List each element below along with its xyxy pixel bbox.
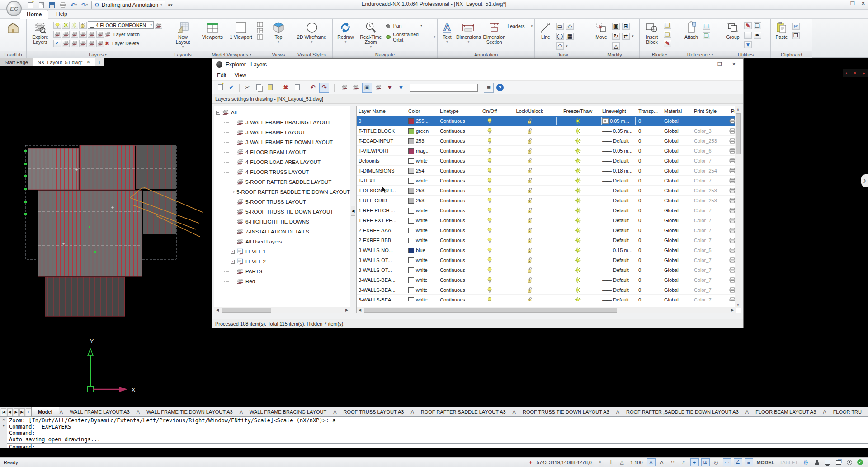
scroll-right-icon[interactable]: ▶: [729, 307, 736, 313]
layer-lock-toggle[interactable]: [504, 285, 555, 295]
print-style-cell[interactable]: Color_6: [692, 146, 729, 156]
layout-tab[interactable]: WALL FRAME LAYOUT A3: [63, 407, 136, 417]
print-style-cell[interactable]: Color_3: [692, 126, 729, 136]
material-cell[interactable]: Global: [662, 285, 692, 295]
layer-table[interactable]: Layer NameColorLinetypeOn/OffLock/Unlock…: [356, 106, 741, 313]
layer-on-off-toggle[interactable]: [475, 156, 504, 166]
layer-on-icon[interactable]: [53, 22, 61, 29]
column-header[interactable]: Lineweight: [600, 108, 637, 114]
tab-drawing[interactable]: NX_Layout_51.dwg*✕: [33, 58, 95, 66]
linetype-cell[interactable]: Continuous: [438, 136, 475, 146]
layer-lock-toggle[interactable]: [504, 186, 555, 196]
layer-freeze-toggle[interactable]: [555, 156, 600, 166]
layer-color-cell[interactable]: white: [406, 205, 438, 215]
linetype-cell[interactable]: Continuous: [438, 176, 475, 186]
tree-item[interactable]: All Used Layers: [216, 237, 350, 247]
material-cell[interactable]: Global: [662, 156, 692, 166]
layer-tool-icon[interactable]: [71, 31, 78, 38]
new-layout-tab-icon[interactable]: +: [26, 408, 31, 416]
material-cell[interactable]: Global: [662, 166, 692, 176]
lineweight-cell[interactable]: ——Default: [600, 225, 637, 235]
polar-tracking-icon[interactable]: ◎: [712, 458, 721, 466]
snap-marker-icon[interactable]: ⌖: [596, 458, 604, 466]
linetype-cell[interactable]: Continuous: [438, 215, 475, 225]
dimension-section-button[interactable]: Dimension Section: [482, 20, 506, 45]
layer-freeze-toggle[interactable]: [555, 116, 600, 126]
transparency-cell[interactable]: 0: [637, 225, 662, 235]
print-style-cell[interactable]: Color_253: [692, 186, 729, 196]
transparency-cell[interactable]: 0: [637, 186, 662, 196]
transparency-cell[interactable]: 0: [637, 146, 662, 156]
group-button[interactable]: Group: [723, 20, 743, 40]
column-header[interactable]: Print Style: [692, 108, 729, 114]
layer-freeze-toggle[interactable]: [555, 215, 600, 225]
layer-freeze-toggle[interactable]: [555, 265, 600, 275]
layer-color-cell[interactable]: 255,...: [406, 116, 438, 126]
funnel-red-icon[interactable]: ▼: [385, 83, 395, 93]
layer-on-off-toggle[interactable]: [475, 176, 504, 186]
lineweight-cell[interactable]: ——Default: [600, 205, 637, 215]
layer-lock-toggle[interactable]: [504, 295, 555, 301]
tree-item[interactable]: 4-FLOOR TRUSS LAYOUT: [216, 167, 350, 177]
transparency-cell[interactable]: 0: [637, 215, 662, 225]
cut-icon[interactable]: ✂: [242, 83, 252, 93]
table-row[interactable]: 3-WALLS-BEA...whiteContinuous——Default0G…: [357, 285, 741, 295]
panel-flyout-icon[interactable]: ❯: [861, 174, 868, 187]
layer-freeze-toggle[interactable]: [555, 136, 600, 146]
transparency-cell[interactable]: 0: [637, 245, 662, 255]
layer-table-header[interactable]: Layer NameColorLinetypeOn/OffLock/Unlock…: [357, 106, 741, 116]
layer-freeze-toggle[interactable]: [555, 235, 600, 245]
print-style-cell[interactable]: Color_253: [692, 136, 729, 146]
linetype-cell[interactable]: Continuous: [438, 205, 475, 215]
pan-button[interactable]: Pan ▾: [385, 23, 435, 29]
layer-freeze-toggle[interactable]: [555, 196, 600, 205]
table-row[interactable]: 3-WALLS-OT...whiteContinuous——Default0Gl…: [357, 255, 741, 265]
table-row[interactable]: 0255,...Continuous≡0.05 m...0Global: [357, 116, 741, 126]
copy-clip-icon[interactable]: ❐: [792, 32, 800, 39]
paste-button[interactable]: Paste: [773, 20, 791, 40]
new-layout-button[interactable]: New Layout ▾: [171, 20, 195, 49]
transparency-cell[interactable]: 0: [637, 265, 662, 275]
rotate-tool-icon[interactable]: ↻: [612, 33, 620, 40]
layer-tool-icon[interactable]: [79, 31, 87, 38]
layer-color-cell[interactable]: 253: [406, 186, 438, 196]
linetype-cell[interactable]: Continuous: [438, 146, 475, 156]
material-cell[interactable]: Global: [662, 275, 692, 285]
explore-layers-button[interactable]: Explore Layers: [28, 20, 52, 45]
layer-color-cell[interactable]: white: [406, 215, 438, 225]
table-row[interactable]: T-ECAD-INPUT253Continuous——Default0Globa…: [357, 136, 741, 146]
layer-lock-toggle[interactable]: [504, 275, 555, 285]
material-cell[interactable]: Global: [662, 215, 692, 225]
layer-tool-icon[interactable]: [53, 31, 61, 38]
layer-lock-toggle[interactable]: [504, 235, 555, 245]
layer-on-off-toggle[interactable]: [475, 166, 504, 176]
security-check-icon[interactable]: ✔: [856, 458, 864, 466]
close-command-icon[interactable]: ✕: [2, 418, 5, 422]
material-cell[interactable]: Global: [662, 196, 692, 205]
layer-lock-toggle[interactable]: [504, 176, 555, 186]
material-cell[interactable]: Global: [662, 225, 692, 235]
print-style-cell[interactable]: Color_254: [692, 166, 729, 176]
layer-tool-icon[interactable]: [62, 31, 70, 38]
tree-item[interactable]: 3-WALL FRAME LAYOUT: [216, 127, 350, 137]
coordinate-readout[interactable]: 5743.3419,14088.4278,0: [537, 460, 592, 465]
print-style-cell[interactable]: Color_7: [692, 205, 729, 215]
tree-item[interactable]: 3-WALL FRAME BRACING LAYOUT: [216, 117, 350, 127]
layer-color-cell[interactable]: 253: [406, 136, 438, 146]
lineweight-cell[interactable]: ——Default: [600, 156, 637, 166]
layer-tool-icon[interactable]: [88, 40, 95, 47]
print-style-cell[interactable]: Color_7: [692, 156, 729, 166]
layer-color-cell[interactable]: white: [406, 265, 438, 275]
material-cell[interactable]: Global: [662, 176, 692, 186]
layer-lock-toggle[interactable]: [504, 245, 555, 255]
transparency-cell[interactable]: 0: [637, 196, 662, 205]
table-horizontal-scrollbar[interactable]: ◀ ▶: [357, 307, 736, 313]
print-style-cell[interactable]: Color_5: [692, 245, 729, 255]
layer-color-cell[interactable]: 254: [406, 166, 438, 176]
table-row[interactable]: 2-EXREF-BBBwhiteContinuous——Default0Glob…: [357, 235, 741, 245]
layer-lock-toggle[interactable]: [504, 116, 555, 126]
user-icon[interactable]: [812, 458, 821, 466]
layer-freeze-icon[interactable]: [62, 22, 70, 29]
mirror-tool-icon[interactable]: ⇄: [622, 33, 630, 40]
lineweight-cell[interactable]: ——Default: [600, 186, 637, 196]
